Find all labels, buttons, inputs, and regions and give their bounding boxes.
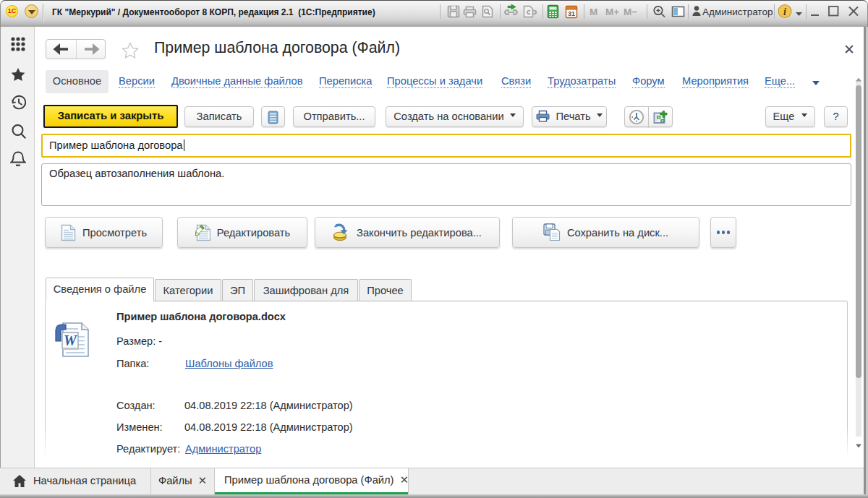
svg-text:W: W bbox=[64, 332, 77, 348]
svg-text:M+: M+ bbox=[605, 7, 619, 17]
svg-text:i: i bbox=[783, 7, 786, 17]
svg-text:M: M bbox=[590, 7, 597, 17]
svg-text:31: 31 bbox=[568, 10, 575, 17]
svg-text:M−: M− bbox=[624, 7, 637, 17]
